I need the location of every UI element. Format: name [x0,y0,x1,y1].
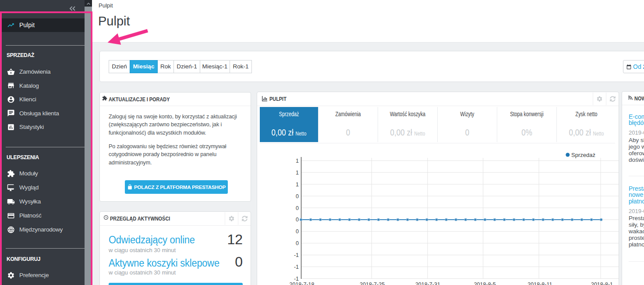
svg-text:1: 1 [296,182,299,188]
svg-text:-1: -1 [294,252,299,258]
svg-text:2018-8-1: 2018-8-1 [591,281,613,285]
svg-text:2018-8-5: 2018-8-5 [474,281,496,285]
svg-text:2018-7-18: 2018-7-18 [290,281,315,285]
svg-text:0: 0 [296,217,299,223]
svg-text:2018-7-31: 2018-7-31 [415,281,440,285]
svg-text:0: 0 [296,228,299,235]
svg-text:0: 0 [296,193,299,200]
svg-text:1: 1 [296,158,299,164]
svg-text:1: 1 [296,170,299,176]
svg-text:0: 0 [296,205,299,211]
svg-text:2018-7-25: 2018-7-25 [360,281,385,285]
svg-text:Sprzedaż: Sprzedaż [571,152,595,158]
svg-text:2018-8-11: 2018-8-11 [527,281,552,285]
svg-text:-1: -1 [294,264,299,270]
svg-text:0: 0 [296,240,299,246]
